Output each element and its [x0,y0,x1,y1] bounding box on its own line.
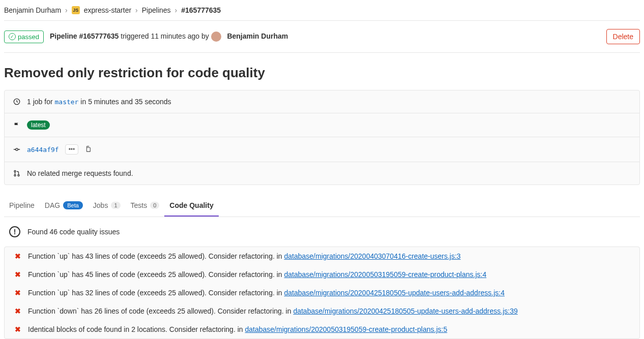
tags-row: latest [5,113,639,137]
jobs-summary-text: 1 job for master in 5 minutes and 35 sec… [27,98,171,106]
tab-tests-label: Tests [131,201,148,209]
error-icon: ✖ [15,252,21,260]
no-mr-text: No related merge requests found. [27,169,133,177]
error-icon: ✖ [15,325,21,333]
tab-jobs-label: Jobs [93,201,108,209]
issue-row: ✖Function `up` has 43 lines of code (exc… [5,247,639,265]
breadcrumb-section[interactable]: Pipelines [142,6,171,14]
page-title: Removed only restriction for code qualit… [4,53,640,90]
status-badge[interactable]: ✓ passed [4,30,44,43]
code-quality-summary: ! Found 46 code quality issues [4,217,640,246]
info-circle-icon: ! [9,226,20,237]
svg-rect-2 [87,147,91,151]
chevron-right-icon: › [175,6,178,14]
svg-point-3 [14,170,16,172]
copy-sha-button[interactable] [84,145,92,154]
beta-badge: Beta [63,201,83,209]
svg-point-4 [14,174,16,176]
tests-count-badge: 0 [150,202,159,209]
expand-commit-button[interactable]: ••• [65,144,79,155]
issues-panel: ✖Function `up` has 43 lines of code (exc… [4,246,640,339]
issue-text: Function `down` has 26 lines of code (ex… [28,307,629,315]
commit-row: a644af9f ••• [5,137,639,162]
svg-point-5 [18,174,19,176]
issue-row: ✖Function `up` has 45 lines of code (exc… [5,265,639,284]
tab-code-quality[interactable]: Code Quality [164,195,218,217]
status-text: passed [18,33,39,41]
in-label: in [275,270,284,279]
in-label: in [275,289,284,297]
pipeline-trigger-text: Pipeline #165777635 triggered 11 minutes… [50,32,600,42]
commit-icon [13,146,21,153]
latest-badge: latest [27,120,50,130]
chevron-right-icon: › [135,6,138,14]
flag-icon [13,121,21,129]
breadcrumb-current: #165777635 [181,6,221,14]
issue-text: Function `up` has 45 lines of code (exce… [28,270,629,279]
issue-text: Identical blocks of code found in 2 loca… [28,325,629,333]
tab-dag[interactable]: DAG Beta [40,195,88,217]
jobs-summary-row: 1 job for master in 5 minutes and 35 sec… [5,90,639,113]
pipeline-header: ✓ passed Pipeline #165777635 triggered 1… [4,21,640,53]
tabs: Pipeline DAG Beta Jobs 1 Tests 0 Code Qu… [4,195,640,217]
pipeline-id: Pipeline #165777635 [50,32,119,40]
branch-link[interactable]: master [54,98,78,106]
tab-tests[interactable]: Tests 0 [126,195,165,217]
issue-path-link[interactable]: database/migrations/20200503195059-creat… [284,270,487,279]
issue-row: ✖Function `up` has 32 lines of code (exc… [5,284,639,302]
issue-description: Function `up` has 32 lines of code (exce… [28,289,275,297]
jobs-suffix: in 5 minutes and 35 seconds [78,98,171,106]
issue-description: Function `up` has 43 lines of code (exce… [28,252,275,260]
triggered-when: triggered 11 minutes ago by [119,32,211,40]
jobs-count-badge: 1 [111,202,120,209]
issue-description: Function `down` has 26 lines of code (ex… [28,307,284,315]
chevron-right-icon: › [65,6,68,14]
error-icon: ✖ [15,270,21,279]
project-avatar-icon: JS [72,6,80,14]
issue-path-link[interactable]: database/migrations/20200425180505-updat… [284,289,505,297]
delete-button[interactable]: Delete [606,29,640,44]
summary-text: Found 46 code quality issues [27,228,120,236]
tab-dag-label: DAG [45,201,60,209]
jobs-prefix: 1 job for [27,98,54,106]
tab-jobs[interactable]: Jobs 1 [88,195,126,217]
issue-text: Function `up` has 32 lines of code (exce… [28,289,629,297]
in-label: in [236,325,245,333]
issue-path-link[interactable]: database/migrations/20200425180505-updat… [293,307,517,315]
clock-icon [13,98,21,105]
issue-path-link[interactable]: database/migrations/20200503195059-creat… [245,325,447,333]
triggered-user: Benjamin Durham [227,32,288,40]
pipeline-info-panel: 1 job for master in 5 minutes and 35 sec… [4,90,640,185]
issue-description: Function `up` has 45 lines of code (exce… [28,270,275,279]
tab-pipeline[interactable]: Pipeline [4,195,40,217]
in-label: in [284,307,294,315]
issue-description: Identical blocks of code found in 2 loca… [28,325,236,333]
merge-requests-row: No related merge requests found. [5,162,639,184]
commit-sha-link[interactable]: a644af9f [27,146,59,153]
in-label: in [275,252,284,260]
breadcrumb: Benjamin Durham › JS express-starter › P… [4,0,640,21]
issue-text: Function `up` has 43 lines of code (exce… [28,252,629,260]
merge-request-icon [13,170,21,177]
avatar[interactable] [211,32,221,42]
error-icon: ✖ [15,307,21,315]
error-icon: ✖ [15,289,21,297]
issue-row: ✖Identical blocks of code found in 2 loc… [5,320,639,338]
breadcrumb-owner[interactable]: Benjamin Durham [4,6,61,14]
check-circle-icon: ✓ [9,33,16,40]
issue-path-link[interactable]: database/migrations/20200403070416-creat… [284,252,461,260]
issue-row: ✖Function `down` has 26 lines of code (e… [5,302,639,320]
breadcrumb-project[interactable]: express-starter [84,6,131,14]
svg-point-1 [16,148,18,150]
